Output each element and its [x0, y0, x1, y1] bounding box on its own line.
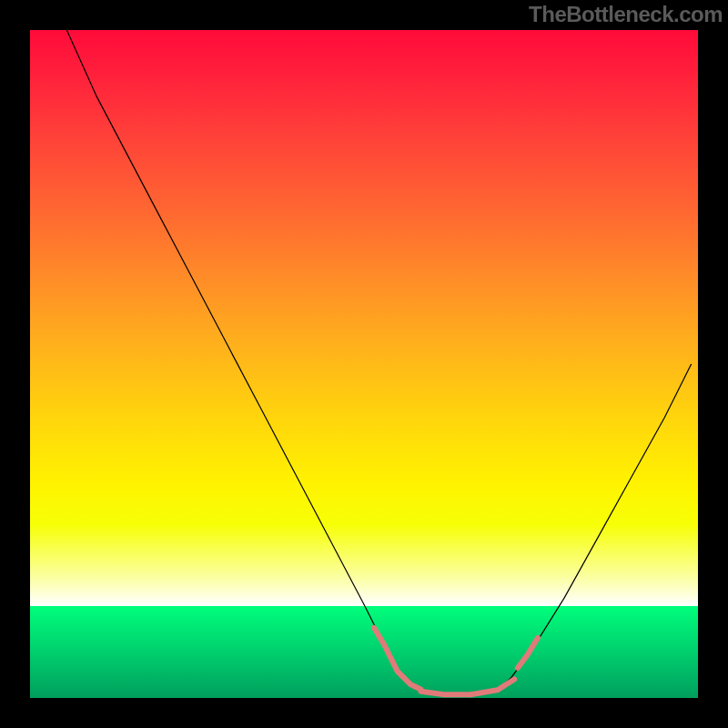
watermark-text: TheBottleneck.com: [529, 2, 723, 27]
accent-curve-group: [374, 628, 538, 694]
primary-curve: [66, 30, 691, 694]
curve-svg: [30, 30, 698, 698]
plot-area: [30, 30, 698, 698]
accent-curve-segment: [518, 638, 538, 668]
accent-curve-segment: [374, 628, 420, 690]
accent-curve-segment: [420, 679, 514, 694]
